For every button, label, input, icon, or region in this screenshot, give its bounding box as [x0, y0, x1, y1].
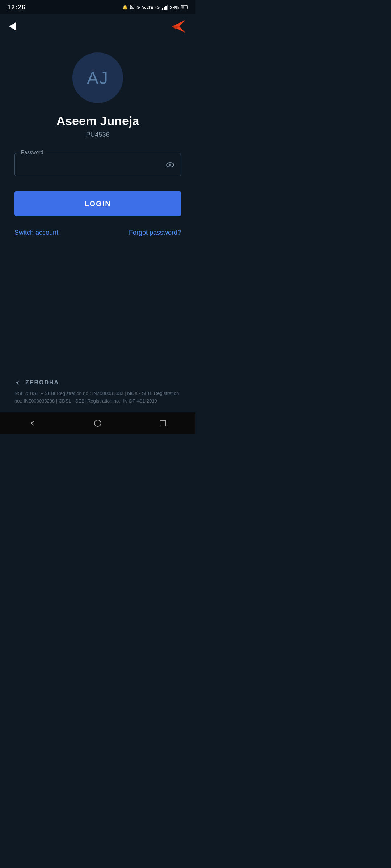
- password-field-container: Password: [14, 153, 181, 176]
- user-id: PU4536: [86, 131, 109, 139]
- bottom-nav: [0, 412, 196, 434]
- kite-brand-icon: [168, 19, 186, 34]
- status-time: 12:26: [7, 4, 26, 11]
- back-button[interactable]: [9, 22, 16, 31]
- main-content: AJ Aseem Juneja PU4536 Password LOGIN Sw…: [0, 38, 196, 258]
- zerodha-name: ZERODHA: [25, 379, 59, 386]
- status-icons: 🔔 N ⊙ VoLTE 4G 38%: [122, 4, 188, 10]
- nav-header: [0, 14, 196, 38]
- svg-text:N: N: [131, 6, 133, 8]
- user-avatar: AJ: [72, 52, 123, 103]
- nfc-icon: N: [130, 4, 135, 10]
- svg-rect-2: [162, 8, 163, 10]
- password-label: Password: [19, 149, 45, 155]
- network-icon: 4G: [155, 5, 160, 9]
- svg-rect-3: [164, 7, 165, 10]
- recents-nav-button[interactable]: [159, 419, 167, 427]
- svg-rect-4: [165, 6, 167, 10]
- login-button[interactable]: LOGIN: [14, 191, 181, 216]
- alarm-icon: 🔔: [122, 5, 128, 10]
- forgot-password-link[interactable]: Forgot password?: [129, 229, 181, 237]
- zerodha-icon: [14, 379, 22, 386]
- svg-rect-7: [188, 7, 188, 8]
- home-nav-button[interactable]: [93, 419, 102, 427]
- status-bar: 12:26 🔔 N ⊙ VoLTE 4G 38%: [0, 0, 196, 14]
- avatar-initials: AJ: [87, 68, 109, 88]
- svg-rect-8: [182, 6, 184, 9]
- password-input[interactable]: [20, 161, 165, 169]
- battery-level: 38%: [170, 5, 179, 10]
- zerodha-legal: NSE & BSE – SEBI Registration no.: INZ00…: [14, 390, 181, 405]
- toggle-password-icon[interactable]: [165, 160, 175, 170]
- back-arrow-icon: [9, 22, 16, 31]
- switch-account-link[interactable]: Switch account: [14, 229, 58, 237]
- svg-rect-16: [160, 420, 166, 426]
- svg-rect-5: [167, 5, 168, 10]
- svg-marker-14: [16, 380, 20, 385]
- user-name: Aseem Juneja: [56, 114, 139, 128]
- password-input-wrapper: [14, 153, 181, 176]
- back-nav-button[interactable]: [28, 419, 37, 427]
- zerodha-brand: ZERODHA: [14, 379, 181, 386]
- footer: ZERODHA NSE & BSE – SEBI Registration no…: [14, 379, 181, 405]
- svg-point-13: [170, 164, 171, 165]
- svg-point-15: [94, 420, 101, 426]
- location-icon: ⊙: [136, 5, 140, 10]
- kite-logo: [168, 19, 186, 34]
- links-row: Switch account Forgot password?: [14, 229, 181, 237]
- battery-icon: [181, 5, 188, 9]
- signal-icon: [161, 5, 168, 10]
- volte-icon: VoLTE: [142, 5, 153, 9]
